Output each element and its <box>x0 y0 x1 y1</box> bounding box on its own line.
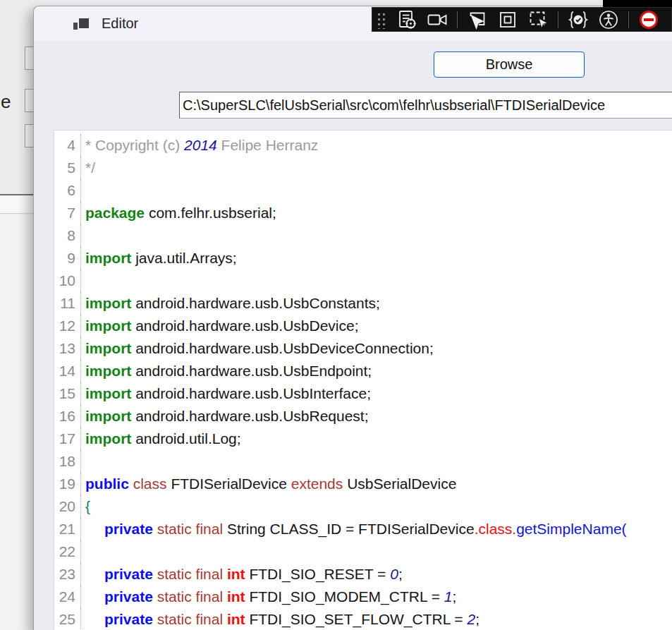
code-line[interactable]: 12import android.hardware.usb.UsbDevice; <box>54 315 672 337</box>
code-line-text: package com.felhr.usbserial; <box>81 202 276 224</box>
line-number: 22 <box>54 540 81 563</box>
video-camera-icon[interactable] <box>427 9 448 30</box>
code-line-text: import android.hardware.usb.UsbInterface… <box>81 382 371 405</box>
browse-button[interactable]: Browse <box>434 52 585 78</box>
square-frame-icon[interactable] <box>497 9 518 30</box>
code-line[interactable]: 11import android.hardware.usb.UsbConstan… <box>54 292 672 315</box>
code-line[interactable]: 8 <box>54 224 672 247</box>
line-number: 11 <box>54 292 81 315</box>
code-line[interactable]: 16import android.hardware.usb.UsbRequest… <box>54 405 672 428</box>
stop-icon[interactable] <box>638 9 659 30</box>
window-tiles-icon <box>73 17 90 31</box>
line-number: 18 <box>54 450 81 473</box>
code-line-text: public class FTDISerialDevice extends Us… <box>81 473 456 495</box>
toolbar-separator <box>558 11 558 28</box>
line-number: 10 <box>54 269 81 292</box>
code-line[interactable]: 15import android.hardware.usb.UsbInterfa… <box>54 382 672 405</box>
line-number: 20 <box>54 495 81 518</box>
line-number: 15 <box>54 382 81 405</box>
line-number: 8 <box>54 224 81 247</box>
code-line-text: import java.util.Arrays; <box>81 247 237 269</box>
accessibility-person-icon[interactable] <box>598 9 619 30</box>
code-line[interactable]: 10 <box>54 269 672 292</box>
code-line[interactable]: 7package com.felhr.usbserial; <box>54 202 672 224</box>
code-line-text <box>81 450 85 473</box>
line-number: 4 <box>54 134 81 157</box>
code-line[interactable]: 18 <box>54 450 672 473</box>
selection-box-cursor-icon[interactable] <box>527 9 549 30</box>
background-partial-label: e <box>1 91 11 113</box>
inspect-details-icon[interactable] <box>396 9 417 30</box>
window-title: Editor <box>102 16 138 32</box>
code-line[interactable]: 17import android.util.Log; <box>54 428 672 450</box>
code-line[interactable]: 6 <box>54 179 672 202</box>
line-number: 21 <box>54 518 81 540</box>
code-line-text <box>81 269 85 292</box>
toolbar-separator <box>457 11 458 28</box>
line-number: 7 <box>54 202 81 224</box>
code-line[interactable]: 23private static final int FTDI_SIO_RESE… <box>54 563 672 586</box>
line-number: 14 <box>54 360 81 382</box>
file-path-input[interactable] <box>179 92 672 119</box>
code-line-text <box>81 179 85 202</box>
editor-window: Editor Browse 4* Copyright (c) 2014 Feli… <box>33 6 672 630</box>
code-line-text: import android.util.Log; <box>81 428 241 450</box>
braces-check-icon[interactable] <box>568 9 589 30</box>
code-line-text <box>81 224 85 247</box>
line-number: 23 <box>54 563 81 586</box>
code-line[interactable]: 14import android.hardware.usb.UsbEndpoin… <box>54 360 672 382</box>
code-line[interactable]: 21private static final String CLASS_ID =… <box>54 518 672 540</box>
code-line[interactable]: 4* Copyright (c) 2014 Felipe Herranz <box>54 134 672 157</box>
code-line-text: private static final int FTDI_SIO_MODEM_… <box>81 586 456 608</box>
code-line-text: private static final int FTDI_SIO_SET_FL… <box>81 608 479 630</box>
code-line-text: import android.hardware.usb.UsbConstants… <box>81 292 380 315</box>
code-line[interactable]: 19public class FTDISerialDevice extends … <box>54 473 672 495</box>
code-line-text: import android.hardware.usb.UsbDevice; <box>81 315 359 337</box>
line-number: 19 <box>54 473 81 495</box>
code-line[interactable]: 22 <box>54 540 672 563</box>
line-number: 17 <box>54 428 81 450</box>
line-number: 9 <box>54 247 81 269</box>
grip-handle[interactable] <box>376 11 387 29</box>
code-lines: 4* Copyright (c) 2014 Felipe Herranz5*/6… <box>54 134 672 630</box>
code-line[interactable]: 25private static final int FTDI_SIO_SET_… <box>54 608 672 630</box>
code-line-text: { <box>81 495 90 518</box>
line-number: 5 <box>54 157 81 179</box>
line-number: 16 <box>54 405 81 428</box>
line-number: 13 <box>54 337 81 360</box>
line-number: 24 <box>54 586 81 608</box>
code-line[interactable]: 20{ <box>54 495 672 518</box>
code-line-text: import android.hardware.usb.UsbDeviceCon… <box>81 337 434 360</box>
code-line-text <box>81 540 85 563</box>
code-editor[interactable]: 4* Copyright (c) 2014 Felipe Herranz5*/6… <box>54 130 672 630</box>
code-line-text: private static final int FTDI_SIO_RESET … <box>81 563 403 586</box>
code-line-text: import android.hardware.usb.UsbRequest; <box>81 405 369 428</box>
overlay-toolbar <box>372 7 672 32</box>
line-number: 6 <box>54 179 81 202</box>
code-line[interactable]: 24private static final int FTDI_SIO_MODE… <box>54 586 672 608</box>
background-divider <box>0 194 34 195</box>
code-line[interactable]: 13import android.hardware.usb.UsbDeviceC… <box>54 337 672 360</box>
line-number: 25 <box>54 608 81 630</box>
background-panel-strip <box>0 195 34 214</box>
code-line-text: private static final String CLASS_ID = F… <box>81 518 627 540</box>
code-line-text: import android.hardware.usb.UsbEndpoint; <box>81 360 372 382</box>
line-number: 12 <box>54 315 81 337</box>
toolbar-separator <box>628 11 629 28</box>
background-panel <box>0 214 34 630</box>
code-line-text: */ <box>81 157 95 179</box>
code-line[interactable]: 9import java.util.Arrays; <box>54 247 672 269</box>
code-line-text: * Copyright (c) 2014 Felipe Herranz <box>81 134 318 157</box>
select-element-cursor-icon[interactable] <box>467 9 488 30</box>
code-line[interactable]: 5*/ <box>54 157 672 179</box>
